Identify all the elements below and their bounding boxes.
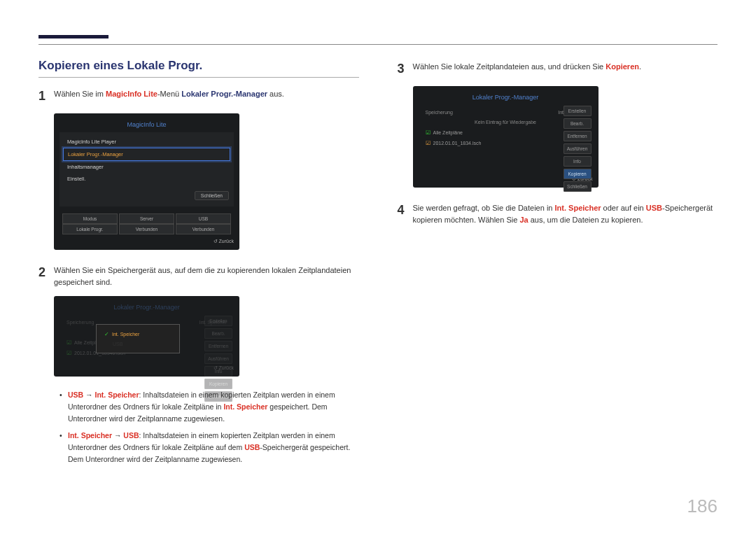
status-label: Server xyxy=(119,213,174,224)
step-3-text: Wählen Sie lokale Zeitplandateien aus, u… xyxy=(413,59,642,79)
side-button[interactable]: Bearb. xyxy=(564,118,592,129)
status-label: Modus xyxy=(62,213,118,224)
copy-button-active[interactable]: Kopieren xyxy=(564,169,592,179)
menu-item[interactable]: MagicInfo Lite Player xyxy=(63,136,230,148)
popup-item[interactable]: USB xyxy=(101,339,175,349)
content-columns: Kopieren eines Lokale Progr. 1 Wählen Si… xyxy=(38,59,718,471)
status-value: Verbunden xyxy=(119,224,174,234)
step-4: 4 Sie werden gefragt, ob Sie die Dateien… xyxy=(398,200,718,227)
popup-item-selected[interactable]: ✓Int. Speicher xyxy=(101,329,175,339)
screenshot-lpm-active: Lokaler Progr.-Manager Speicherung Int. … xyxy=(413,86,598,188)
screen1-title: MagicInfo Lite xyxy=(59,119,234,132)
status-value: Verbunden xyxy=(176,224,231,234)
step-4-text: Sie werden gefragt, ob Sie die Dateien i… xyxy=(413,200,718,227)
sidebar-buttons: Erstellen Bearb. Entfernen Ausführen Inf… xyxy=(564,106,592,192)
screen3-title: Lokaler Progr.-Manager xyxy=(419,92,593,105)
menu-box: MagicInfo Lite Player Lokaler Progr.-Man… xyxy=(59,132,234,206)
screenshot-lpm-dimmed: Lokaler Progr.-Manager Speicherung Int. … xyxy=(54,296,239,377)
status-values: Lokale Progr. Verbunden Verbunden xyxy=(59,224,234,234)
menu-item[interactable]: Einstell. xyxy=(63,173,230,185)
storage-label: Speicherung xyxy=(66,320,94,325)
step-number: 2 xyxy=(38,262,54,289)
side-button[interactable]: Erstellen xyxy=(204,316,232,326)
side-button[interactable]: Schließen xyxy=(564,181,592,192)
section-title: Kopieren eines Lokale Progr. xyxy=(38,59,359,78)
step-number: 3 xyxy=(398,59,413,79)
side-button[interactable]: Info xyxy=(564,156,592,167)
storage-popup: ✓Int. Speicher USB xyxy=(96,324,180,353)
bullet-list: USB → Int. Speicher: Inhaltsdateien in e… xyxy=(59,389,359,465)
check-icon: ☑ xyxy=(426,129,430,136)
screenshot-magicinfo-lite: MagicInfo Lite MagicInfo Lite Player Lok… xyxy=(54,113,239,250)
step-1-text: Wählen Sie im MagicInfo Lite-Menü Lokale… xyxy=(54,86,284,106)
status-header: Modus Server USB xyxy=(59,213,234,224)
step-number: 4 xyxy=(398,200,413,227)
right-column: 3 Wählen Sie lokale Zeitplandateien aus,… xyxy=(398,59,718,471)
side-button[interactable]: Entfernen xyxy=(564,131,592,141)
status-label: USB xyxy=(176,213,231,224)
check-icon: ✓ xyxy=(104,331,109,337)
step-2: 2 Wählen Sie ein Speichergerät aus, auf … xyxy=(38,262,359,289)
step-1: 1 Wählen Sie im MagicInfo Lite-Menü Loka… xyxy=(38,86,359,106)
header-accent xyxy=(38,35,108,38)
side-button[interactable]: Erstellen xyxy=(564,106,592,116)
menu-item[interactable]: Inhaltsmanager xyxy=(63,161,230,173)
menu-item-selected[interactable]: Lokaler Progr.-Manager xyxy=(63,148,230,161)
bullet-item: Int. Speicher → USB: Inhaltsdateien in e… xyxy=(59,430,359,465)
check-icon: ☑ xyxy=(426,140,430,146)
back-button[interactable]: Zurück xyxy=(59,234,234,244)
storage-label: Speicherung xyxy=(426,110,453,115)
step-3: 3 Wählen Sie lokale Zeitplandateien aus,… xyxy=(398,59,718,79)
bullet-item: USB → Int. Speicher: Inhaltsdateien in e… xyxy=(59,389,359,424)
back-button[interactable]: Zurück xyxy=(59,361,234,371)
status-value: Lokale Progr. xyxy=(62,224,118,234)
page-number: 186 xyxy=(687,496,718,517)
step-2-text: Wählen Sie ein Speichergerät aus, auf de… xyxy=(54,262,359,289)
page: Kopieren eines Lokale Progr. 1 Wählen Si… xyxy=(0,0,756,492)
side-button[interactable]: Entfernen xyxy=(204,341,232,351)
left-column: Kopieren eines Lokale Progr. 1 Wählen Si… xyxy=(38,59,359,471)
screen2-title: Lokaler Progr.-Manager xyxy=(59,302,234,315)
side-button[interactable]: Bearb. xyxy=(204,328,232,339)
step-number: 1 xyxy=(38,86,54,106)
side-button[interactable]: Kopieren xyxy=(204,379,232,389)
close-button[interactable]: Schließen xyxy=(195,191,229,200)
top-divider xyxy=(38,44,718,45)
side-button[interactable]: Ausführen xyxy=(564,143,592,154)
